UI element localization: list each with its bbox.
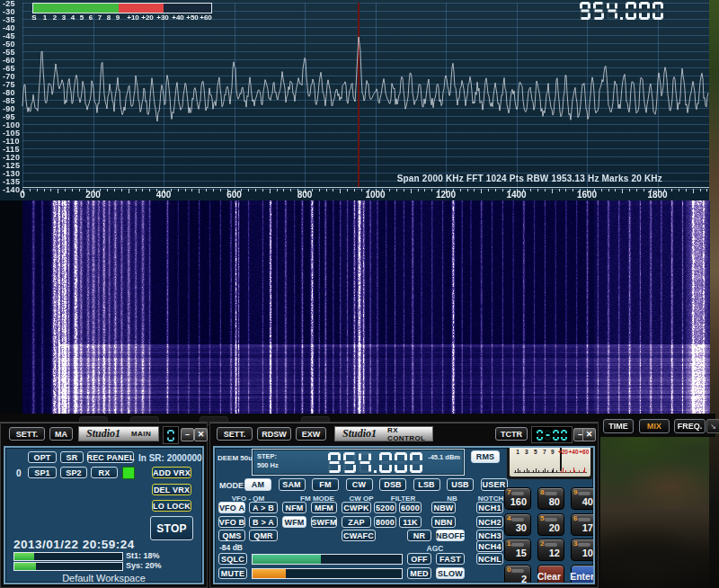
waterfall-display[interactable] [22, 200, 710, 414]
keypad-key-80[interactable]: 880 [537, 487, 564, 510]
mode-label: MODE [219, 481, 244, 490]
mode-button-cw[interactable]: CW [346, 478, 373, 491]
grid-button-ab[interactable]: A > B [249, 502, 278, 513]
keypad-key-clear[interactable]: Clear [537, 565, 564, 585]
grid-button-nbn[interactable]: NBN [431, 516, 456, 528]
mode-button-dsb[interactable]: DSB [379, 478, 406, 491]
vrx-count-display [163, 426, 179, 444]
grid-button-6000[interactable]: 6000 [399, 502, 422, 513]
spectrum-display[interactable] [0, 0, 709, 200]
agc-off-button[interactable]: OFF [407, 553, 431, 565]
sett-button[interactable]: SETT. [9, 427, 45, 441]
keypad-key-10[interactable]: 310 [571, 539, 595, 561]
grid-button-8000[interactable]: 8000 [374, 516, 396, 528]
sett-button[interactable]: SETT. [217, 427, 253, 441]
tctr-button[interactable]: TCTR [495, 427, 528, 441]
grid-button-zap[interactable]: ZAP [342, 516, 371, 528]
datetime-label: 2013/01/22 20:59:24 [13, 538, 135, 551]
grid-button-vfob[interactable]: VFO B [218, 516, 245, 528]
key-label: 40 [582, 496, 593, 507]
mode-button-lsb[interactable]: LSB [413, 478, 440, 491]
rms-button[interactable]: RMS [471, 450, 500, 463]
rx-button[interactable]: RX [91, 467, 118, 478]
key-label: 15 [516, 548, 527, 558]
mute-button[interactable]: MUTE [218, 567, 247, 579]
taskbar-button-freq[interactable]: FREQ. [674, 419, 706, 433]
key-label: 17 [582, 522, 593, 533]
grid-button-nfm[interactable]: NFM [282, 502, 306, 513]
agc-slow-button[interactable]: SLOW [436, 567, 465, 579]
mode-button-am[interactable]: AM [244, 478, 271, 491]
volume-slider[interactable] [252, 568, 403, 579]
smeter-scale-label: S [31, 13, 36, 22]
popup-arrow-icon[interactable]: ↘ [706, 419, 719, 433]
keypad-key-12[interactable]: 212 [537, 539, 564, 561]
x-axis-label: 1200 [436, 190, 456, 200]
mode-button-user[interactable]: USER [481, 478, 508, 491]
meter-mark: 7 [543, 449, 546, 455]
mode-button-usb[interactable]: USB [447, 478, 474, 491]
lo-lock-button[interactable]: LO LOCK [152, 500, 191, 512]
rec-panel-button[interactable]: REC PANEL [87, 451, 134, 463]
key-digit: 4 [507, 514, 510, 522]
smeter-scale-label: 3 [62, 13, 66, 22]
input-samplerate-label: In SR: 2000000 [138, 453, 202, 463]
minimize-icon[interactable]: – [181, 428, 194, 441]
grid-button-wfm[interactable]: WFM [282, 516, 306, 528]
grid-button-swfm[interactable]: SWFM [311, 516, 337, 528]
grid-button-cwafc[interactable]: CWAFC [342, 530, 376, 541]
sqlc-button[interactable]: SQLC [218, 553, 247, 565]
close-icon[interactable]: ✕ [194, 428, 208, 441]
rdsw-button[interactable]: RDSW [257, 427, 291, 441]
grid-button-nch1[interactable]: NCH1 [476, 502, 503, 513]
sp2-button[interactable]: SP2 [60, 467, 87, 478]
smeter-scale-label: +30 [156, 13, 169, 22]
sp1-button[interactable]: SP1 [28, 467, 57, 478]
grid-button-nbw[interactable]: NBW [431, 502, 456, 513]
agc-fast-button[interactable]: FAST [436, 553, 465, 565]
meter-mark: 5 [534, 449, 537, 455]
keypad-key-40[interactable]: 940 [571, 487, 595, 510]
keypad-key-160[interactable]: 7160 [504, 487, 531, 510]
signal-meter: 13579+20+40+60 [507, 446, 593, 479]
keypad-key-20[interactable]: 520 [537, 513, 564, 536]
ma-button[interactable]: MA [49, 427, 73, 441]
taskbar-button-time[interactable]: TIME [603, 419, 634, 433]
y-axis-label: -140 [3, 185, 20, 194]
exw-button[interactable]: EXW [296, 427, 326, 441]
mode-button-sam[interactable]: SAM [279, 478, 306, 491]
stop-button[interactable]: STOP [150, 516, 193, 540]
keypad-key-enter[interactable]: Enter [571, 565, 595, 585]
key-digit: 1 [507, 539, 510, 548]
close-icon[interactable]: ✕ [582, 428, 596, 441]
add-vrx-button[interactable]: ADD VRX [152, 467, 191, 478]
grid-button-11k[interactable]: 11K [399, 516, 422, 528]
grid-button-ba[interactable]: B > A [249, 516, 278, 528]
keypad-key-17[interactable]: 617 [571, 513, 595, 536]
grid-button-nch2[interactable]: NCH2 [476, 516, 503, 528]
taskbar-button-mix[interactable]: MIX [639, 419, 670, 433]
workspace-label: Default Workspace [5, 573, 202, 584]
grid-button-nboff[interactable]: NBOFF [436, 530, 465, 541]
del-vrx-button[interactable]: DEL VRX [152, 484, 191, 495]
nchl-button[interactable]: NCHL [476, 553, 503, 565]
grid-button-5200[interactable]: 5200 [374, 502, 396, 513]
smeter-scale-label: 2 [53, 13, 57, 22]
x-axis-label: 200 [85, 190, 101, 200]
mode-button-fm[interactable]: FM [312, 478, 339, 491]
keypad-key-30[interactable]: 430 [504, 513, 531, 536]
agc-med-button[interactable]: MED [407, 567, 431, 579]
keypad-key-2[interactable]: 02 [504, 565, 531, 585]
grid-button-qms[interactable]: QMS [218, 530, 245, 541]
grid-button-nr[interactable]: NR [407, 530, 431, 541]
nch4-button[interactable]: NCH4 [476, 540, 503, 552]
grid-button-qmr[interactable]: QMR [249, 530, 278, 541]
main-window: SETT. MA Studio1 MAIN – ✕ OPT SR REC PAN… [0, 422, 208, 588]
opt-button[interactable]: OPT [28, 451, 57, 463]
squelch-slider[interactable] [252, 554, 403, 565]
keypad-key-15[interactable]: 115 [504, 539, 531, 561]
grid-button-vfoa[interactable]: VFO A [218, 502, 245, 513]
sr-button[interactable]: SR [60, 451, 84, 463]
grid-button-cwpk[interactable]: CWPK [342, 502, 371, 513]
grid-button-mfm[interactable]: MFM [311, 502, 337, 513]
